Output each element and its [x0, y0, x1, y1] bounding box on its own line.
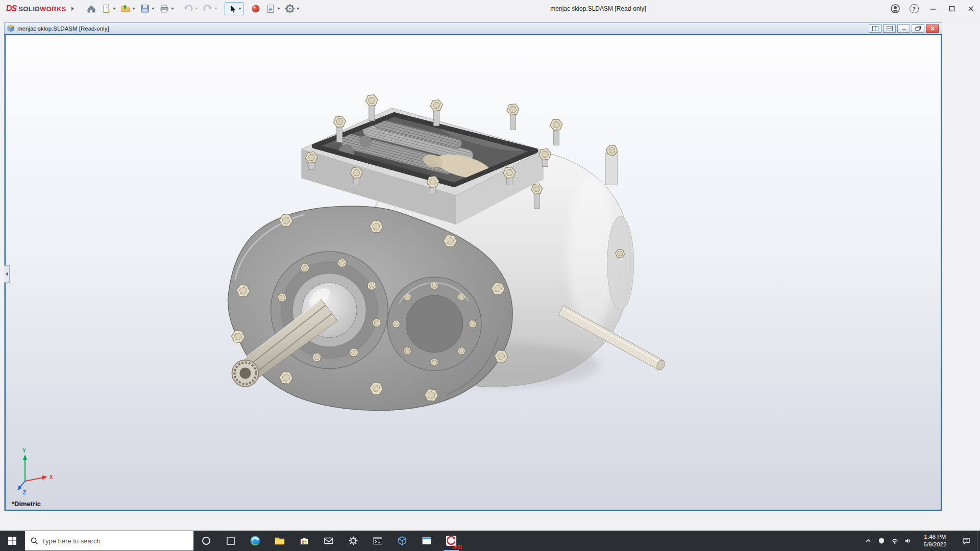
model-canvas[interactable] [6, 35, 941, 510]
redo-dropdown[interactable] [214, 8, 217, 10]
select-tool-button[interactable] [225, 2, 243, 15]
file-explorer-button[interactable] [267, 531, 292, 551]
store-button[interactable] [292, 531, 316, 551]
cortana-button[interactable] [194, 531, 218, 551]
solidworks-taskbar-button[interactable]: 2021 [439, 531, 463, 551]
windows-logo-icon [8, 536, 17, 545]
restore-icon [915, 26, 921, 31]
show-desktop-button[interactable] [977, 531, 980, 551]
cascade-windows-button[interactable] [883, 24, 896, 33]
menu-expand-chevron-icon[interactable] [71, 7, 74, 11]
tile-vertical-icon [872, 26, 878, 31]
graphics-viewport[interactable]: Y X Z *Dimetric [5, 34, 942, 511]
system-tray: 1:46 PM 5/9/2022 [862, 531, 980, 551]
app-window-button[interactable] [414, 531, 439, 551]
x-axis-arrow[interactable] [42, 475, 47, 480]
rebuild-icon [251, 4, 261, 14]
maximize-button[interactable] [942, 0, 961, 17]
clock-time: 1:46 PM [915, 533, 955, 541]
maximize-icon [948, 5, 956, 13]
network-tray-button[interactable] [888, 531, 901, 551]
user-account-icon [890, 4, 900, 14]
minimize-icon [901, 26, 907, 31]
feature-manager-collapse-tab[interactable] [4, 265, 10, 283]
speaker-icon [904, 537, 912, 545]
doc-restore-button[interactable] [912, 24, 924, 33]
options-button[interactable] [283, 2, 302, 15]
select-cursor-icon [227, 4, 237, 14]
brand-works-text: WORKS [40, 5, 66, 13]
y-axis-label: Y [22, 448, 26, 454]
file-properties-dropdown[interactable] [277, 8, 280, 10]
quick-access-toolbar [84, 2, 302, 15]
solidworks-menu-logo[interactable]: DS SOLID WORKS [6, 4, 66, 13]
search-icon [30, 537, 38, 545]
new-document-button[interactable] [99, 2, 118, 15]
solidworks-application: DS SOLID WORKS [0, 0, 980, 551]
start-button[interactable] [0, 531, 24, 551]
undo-dropdown[interactable] [195, 8, 198, 10]
select-tool-dropdown[interactable] [238, 8, 241, 10]
open-folder-icon [120, 4, 131, 14]
save-icon [140, 4, 150, 14]
minimize-button[interactable] [923, 0, 942, 17]
clock-date: 5/9/2022 [915, 541, 955, 548]
settings-gear-icon [348, 535, 359, 546]
help-icon: ? [910, 4, 919, 13]
mail-icon [323, 535, 334, 546]
taskbar-search[interactable] [24, 531, 194, 551]
print-dropdown[interactable] [171, 8, 174, 10]
redo-button[interactable] [201, 2, 219, 15]
save-button[interactable] [138, 2, 157, 15]
security-tray-button[interactable] [875, 531, 888, 551]
volume-tray-button[interactable] [901, 531, 915, 551]
redo-icon [203, 4, 213, 14]
settings-button[interactable] [341, 531, 365, 551]
close-icon [929, 26, 936, 31]
3d-viewer-button[interactable] [390, 531, 414, 551]
mail-button[interactable] [316, 531, 341, 551]
doc-close-button[interactable] [926, 24, 939, 33]
edge-button[interactable] [243, 531, 267, 551]
help-button[interactable]: ? [904, 0, 923, 17]
taskbar-clock[interactable]: 1:46 PM 5/9/2022 [915, 533, 955, 548]
terminal-button[interactable] [365, 531, 390, 551]
open-dropdown[interactable] [132, 8, 135, 10]
print-button[interactable] [157, 2, 176, 15]
hidden-icons-button[interactable] [862, 531, 875, 551]
new-document-icon [101, 4, 111, 14]
open-button[interactable] [118, 2, 137, 15]
document-title: menjac sklop.SLDASM [Read-only] [17, 26, 109, 32]
gear-icon [285, 4, 295, 14]
terminal-icon [372, 535, 383, 546]
app-window-title: menjac sklop.SLDASM [Read-only] [550, 5, 646, 12]
tile-windows-button[interactable] [869, 24, 881, 33]
side-bearing-cover [387, 277, 481, 371]
close-icon [967, 5, 975, 13]
file-properties-button[interactable] [263, 2, 282, 15]
new-document-dropdown[interactable] [113, 8, 116, 10]
action-center-button[interactable] [955, 531, 977, 551]
application-title-bar: DS SOLID WORKS [0, 0, 980, 17]
save-dropdown[interactable] [152, 8, 155, 10]
store-icon [299, 535, 310, 546]
minimize-icon [929, 5, 937, 13]
task-view-button[interactable] [218, 531, 243, 551]
3d-cube-icon [397, 535, 408, 546]
z-axis-label: Z [23, 490, 26, 495]
y-axis-arrow[interactable] [23, 455, 28, 460]
view-orientation-label: *Dimetric [12, 500, 41, 508]
rebuild-button[interactable] [249, 2, 263, 15]
dassault-logo: DS [6, 4, 16, 13]
wifi-icon [891, 537, 899, 545]
account-button[interactable] [886, 0, 904, 17]
notification-icon [962, 536, 971, 545]
options-dropdown[interactable] [297, 8, 300, 10]
orientation-triad[interactable]: Y X Z [16, 447, 59, 496]
search-input[interactable] [42, 537, 188, 545]
close-button[interactable] [961, 0, 980, 17]
doc-minimize-button[interactable] [897, 24, 910, 33]
print-icon [159, 4, 169, 14]
undo-button[interactable] [181, 2, 200, 15]
home-button[interactable] [84, 2, 99, 15]
